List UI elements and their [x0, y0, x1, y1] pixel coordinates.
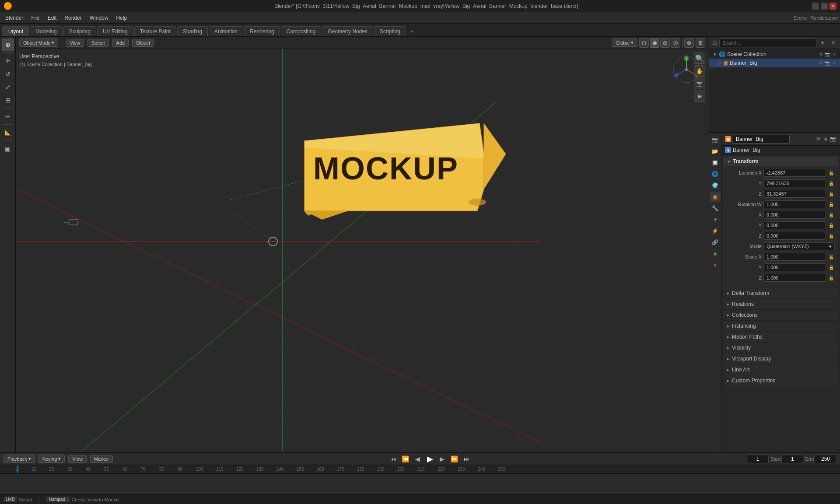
add-cube-tool-btn[interactable]: ▣ — [2, 143, 14, 155]
object-props-tab[interactable]: ▣ — [710, 192, 721, 202]
add-menu-btn[interactable]: Add — [112, 39, 129, 47]
viewport-overlay-btn[interactable]: ⊛ — [684, 38, 694, 48]
rotation-z-lock[interactable]: 🔓 — [828, 232, 835, 239]
next-keyframe-btn[interactable]: ▶ — [437, 454, 448, 464]
rotation-w-lock[interactable]: 🔓 — [828, 201, 835, 208]
tab-sculpting[interactable]: Sculpting — [63, 26, 96, 36]
move-tool-btn[interactable]: ✛ — [2, 55, 14, 67]
rotation-w-value[interactable]: 1.000 — [763, 200, 826, 208]
tab-scripting[interactable]: Scripting — [374, 26, 406, 36]
timeline-track-area[interactable] — [0, 474, 840, 494]
next-frame-btn[interactable]: ⏩ — [449, 454, 460, 464]
world-props-tab[interactable]: 🌍 — [710, 180, 721, 191]
wireframe-shading-btn[interactable]: ◻ — [639, 38, 649, 48]
location-z-lock[interactable]: 🔓 — [828, 190, 835, 197]
select-toggle[interactable]: 🖱 — [823, 136, 828, 142]
tab-animation[interactable]: Animation — [209, 26, 243, 36]
location-x-value[interactable]: -2.42887 — [763, 169, 826, 177]
filter-icon[interactable]: ▼ — [818, 38, 827, 47]
scale-y-value[interactable]: 1.000 — [763, 263, 826, 271]
rotate-tool-btn[interactable]: ↺ — [2, 68, 14, 80]
scene-props-tab[interactable]: 🌐 — [710, 169, 721, 179]
tab-uv-editing[interactable]: UV Editing — [97, 26, 133, 36]
location-x-lock[interactable]: 🔓 — [828, 169, 835, 176]
prev-keyframe-btn[interactable]: ◀ — [413, 454, 423, 464]
render-toggle[interactable]: 📷 — [830, 136, 836, 142]
current-frame-input[interactable] — [747, 455, 769, 463]
tab-compositing[interactable]: Compositing — [281, 26, 322, 36]
view-menu-btn[interactable]: View — [66, 39, 84, 47]
material-shading-btn[interactable]: ◍ — [660, 38, 670, 48]
delta-transform-section[interactable]: ▶ Delta Transform — [723, 288, 838, 299]
keying-btn[interactable]: Keying ▾ — [38, 455, 65, 463]
solid-shading-btn[interactable]: ◉ — [650, 38, 659, 48]
scale-z-value[interactable]: 1.000 — [763, 274, 826, 282]
zoom-in-btn[interactable]: 🔍 — [694, 52, 705, 64]
output-props-tab[interactable]: 📂 — [710, 146, 721, 157]
object-constraints-tab[interactable]: 🔗 — [710, 237, 721, 248]
menu-window[interactable]: Window — [86, 14, 112, 22]
rotation-mode-select[interactable]: Quaternion (WXYZ) ▾ — [763, 242, 835, 250]
cursor-tool-btn[interactable]: ⊕ — [2, 38, 14, 51]
menu-file[interactable]: File — [28, 14, 43, 22]
relations-section[interactable]: ▶ Relations — [723, 299, 838, 310]
xray-btn[interactable]: ⊠ — [696, 38, 705, 48]
object-name-input[interactable] — [733, 135, 790, 144]
motion-paths-section[interactable]: ▶ Motion Paths — [723, 332, 838, 343]
rotation-x-value[interactable]: 0.000 — [763, 211, 826, 219]
add-workspace-btn[interactable]: + — [407, 26, 417, 36]
minimize-btn[interactable]: ─ — [812, 3, 819, 10]
sync-icon[interactable]: ↻ — [829, 38, 837, 47]
visibility-section[interactable]: ▶ Visibility — [723, 343, 838, 354]
rendered-shading-btn[interactable]: ◎ — [671, 38, 680, 48]
rotation-y-lock[interactable]: 🔓 — [828, 222, 835, 229]
menu-blender[interactable]: Blender — [2, 14, 27, 22]
scene-collection-row[interactable]: ▼ 🌐 Scene Collection 👁 📷 ☀ — [709, 50, 840, 59]
global-local-toggle[interactable]: Global ▾ — [612, 38, 637, 47]
transform-tool-btn[interactable]: ⊞ — [2, 94, 14, 106]
annotate-tool-btn[interactable]: ✏ — [2, 110, 14, 122]
select-menu-btn[interactable]: Select — [88, 39, 109, 47]
maximize-btn[interactable]: □ — [821, 3, 828, 10]
object-menu-btn[interactable]: Object — [132, 39, 154, 47]
object-data-tab[interactable]: ◈ — [710, 248, 721, 259]
render-props-tab[interactable]: 📷 — [710, 135, 721, 145]
viewport-canvas[interactable]: MOCKUP — [16, 49, 709, 452]
menu-edit[interactable]: Edit — [44, 14, 60, 22]
camera-view-btn[interactable]: 📷 — [694, 78, 705, 89]
menu-render[interactable]: Render — [61, 14, 85, 22]
collections-section[interactable]: ▶ Collections — [723, 310, 838, 321]
marker-btn[interactable]: Marker — [90, 455, 113, 463]
custom-properties-section[interactable]: ▶ Custom Properties — [723, 375, 838, 386]
tab-geometry-nodes[interactable]: Geometry Nodes — [322, 26, 373, 36]
start-frame-input[interactable] — [781, 455, 803, 463]
scale-tool-btn[interactable]: ⤢ — [2, 81, 14, 93]
viewport[interactable]: Object Mode ▾ View Select Add Object Glo… — [16, 37, 709, 452]
visibility-toggle[interactable]: 👁 — [816, 136, 821, 142]
viewport-display-section[interactable]: ▶ Viewport Display — [723, 354, 838, 364]
play-btn[interactable]: ▶ — [425, 454, 435, 464]
material-props-tab[interactable]: ● — [710, 260, 721, 270]
object-mode-dropdown[interactable]: Object Mode ▾ — [19, 38, 58, 47]
particles-props-tab[interactable]: ✦ — [710, 214, 721, 225]
location-z-value[interactable]: 31.32457 — [763, 190, 826, 198]
scale-y-lock[interactable]: 🔓 — [828, 264, 835, 271]
tab-modeling[interactable]: Modeling — [30, 26, 63, 36]
rotation-y-value[interactable]: 0.000 — [763, 221, 826, 229]
hand-tool-btn[interactable]: ✋ — [694, 65, 705, 77]
timeline-ruler[interactable]: 1 10 20 30 40 50 60 70 80 90 100 110 120… — [0, 465, 840, 494]
jump-end-btn[interactable]: ⏭ — [462, 454, 472, 464]
scale-z-lock[interactable]: 🔓 — [828, 274, 835, 281]
prev-frame-btn[interactable]: ⏪ — [400, 454, 411, 464]
playback-btn[interactable]: Playback ▾ — [4, 455, 35, 463]
line-art-section[interactable]: ▶ Line Art — [723, 364, 838, 375]
view-layer-props-tab[interactable]: 🔲 — [710, 158, 721, 168]
tab-shading[interactable]: Shading — [177, 26, 208, 36]
modifier-props-tab[interactable]: 🔧 — [710, 203, 721, 214]
close-btn[interactable]: ✕ — [830, 3, 836, 10]
scale-x-lock[interactable]: 🔓 — [828, 253, 835, 260]
transform-header[interactable]: ▼ Transform — [723, 157, 838, 166]
tab-rendering[interactable]: Rendering — [244, 26, 280, 36]
tab-texture-paint[interactable]: Texture Paint — [134, 26, 176, 36]
outliner-search-input[interactable] — [719, 38, 816, 47]
